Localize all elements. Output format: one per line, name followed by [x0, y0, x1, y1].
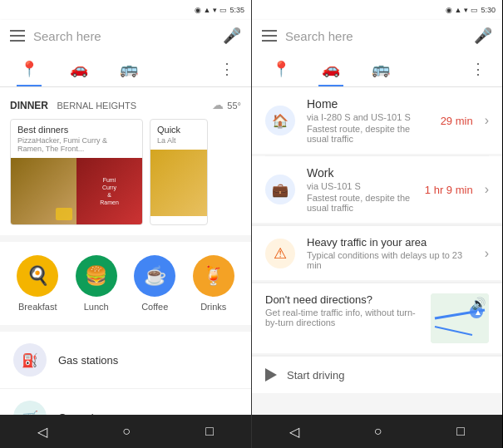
right-signal-icon: ▲	[455, 6, 462, 14]
quick-sub: La Alt	[157, 136, 200, 145]
left-phone-screen: ◉ ▲ ▾ ▭ 5:35 Search here 🎤 📍 🚗 🚌 ⋮	[0, 0, 251, 448]
right-home-button[interactable]: ○	[358, 417, 399, 446]
map-preview: ▲ 🔊	[431, 293, 489, 343]
left-home-button[interactable]: ○	[106, 417, 147, 446]
home-time: 29 min	[441, 115, 473, 127]
drinks-circle: 🍹	[193, 255, 234, 297]
restaurant-cards: Best dinners PizzaHacker, Fumi Curry & R…	[10, 119, 241, 225]
left-search-input-area[interactable]: Search here	[33, 29, 215, 43]
right-tab-explore[interactable]: 📍	[269, 52, 293, 86]
right-search-bar: Search here 🎤	[252, 20, 502, 52]
coffee-circle: ☕	[134, 255, 175, 297]
left-tab-explore[interactable]: 📍	[17, 52, 42, 86]
dinner-section: DINNER BERNAL HEIGHTS ☁ 55° Best dinners…	[0, 87, 251, 235]
left-nav-bar: ◁ ○ □	[0, 415, 251, 448]
gas-icon: ⛽	[22, 352, 38, 368]
wifi-icon: ▾	[213, 6, 217, 14]
right-recent-button[interactable]: □	[440, 417, 481, 446]
restaurant-img-red: FumiCurry&Ramen	[76, 158, 142, 224]
home-title: Home	[307, 97, 429, 111]
location-icon: ◉	[195, 6, 201, 14]
breakfast-icon: 🍳	[27, 265, 49, 287]
right-tab-transit[interactable]: 🚌	[368, 52, 393, 86]
quick-card[interactable]: Quick La Alt	[150, 119, 208, 225]
dinner-title: DINNER	[10, 100, 48, 111]
warning-icon: ⚠	[274, 244, 287, 263]
battery-icon: ▭	[219, 6, 227, 14]
dinner-temp: 55°	[227, 101, 241, 111]
drinks-label: Drinks	[200, 302, 226, 312]
category-breakfast[interactable]: 🍳 Breakfast	[17, 255, 58, 312]
right-phone-screen: ◉ ▲ ▾ ▭ 5:30 Search here 🎤 📍 🚗 🚌 ⋮	[251, 0, 502, 448]
right-driving-icon: 🚗	[322, 60, 340, 78]
quick-label: Quick	[157, 125, 200, 135]
best-dinners-card[interactable]: Best dinners PizzaHacker, Fumi Curry & R…	[10, 119, 143, 225]
left-tab-driving[interactable]: 🚗	[67, 52, 91, 86]
right-more-icon[interactable]: ⋮	[471, 60, 486, 78]
start-driving-label: Start driving	[287, 369, 344, 382]
right-nav-bar: ◁ ○ □	[252, 415, 502, 448]
category-lunch[interactable]: 🍔 Lunch	[76, 255, 117, 312]
quick-text: Quick La Alt	[150, 120, 207, 150]
traffic-icon: ⚠	[265, 239, 295, 268]
fumi-text: FumiCurry&Ramen	[100, 176, 119, 206]
breakfast-label: Breakfast	[18, 302, 57, 312]
drinks-icon: 🍹	[202, 265, 224, 287]
left-status-bar: ◉ ▲ ▾ ▭ 5:35	[0, 0, 251, 20]
category-coffee[interactable]: ☕ Coffee	[134, 255, 175, 312]
left-more-icon[interactable]: ⋮	[219, 60, 234, 78]
left-back-button[interactable]: ◁	[21, 417, 64, 446]
best-dinners-text: Best dinners PizzaHacker, Fumi Curry & R…	[11, 120, 142, 158]
category-icons: 🍳 Breakfast 🍔 Lunch ☕ Coffee 🍹	[0, 242, 251, 325]
start-driving-icon	[265, 368, 277, 382]
left-menu-button[interactable]	[10, 30, 25, 42]
dinner-title-group: DINNER BERNAL HEIGHTS	[10, 97, 136, 112]
traffic-title: Heavy traffic in your area	[307, 236, 473, 249]
gas-stations-item[interactable]: ⛽ Gas stations	[0, 332, 251, 389]
right-search-input-area[interactable]: Search here	[285, 29, 466, 43]
start-driving-button[interactable]: Start driving	[252, 357, 502, 393]
right-search-placeholder: Search here	[285, 29, 353, 43]
directions-subtitle: Get real-time traffic info, without turn…	[265, 308, 419, 327]
right-status-icons: ◉ ▲ ▾ ▭ 5:30	[446, 6, 496, 14]
left-search-placeholder: Search here	[33, 29, 101, 43]
work-sub2: Fastest route, despite the usual traffic	[307, 193, 413, 213]
home-nav-card[interactable]: 🏠 Home via I-280 S and US-101 S Fastest …	[252, 87, 502, 154]
restaurant-img-dark	[11, 158, 76, 224]
directions-card: Don't need directions? Get real-time tra…	[252, 283, 502, 353]
right-battery-icon: ▭	[471, 6, 478, 14]
right-tabs-bar: 📍 🚗 🚌 ⋮	[252, 52, 502, 87]
lunch-label: Lunch	[84, 302, 109, 312]
right-wifi-icon: ▾	[464, 6, 468, 14]
category-drinks[interactable]: 🍹 Drinks	[193, 255, 234, 312]
groceries-icon-circle: 🛒	[13, 401, 47, 415]
right-tab-driving[interactable]: 🚗	[318, 52, 343, 86]
work-nav-card[interactable]: 💼 Work via US-101 S Fastest route, despi…	[252, 156, 502, 223]
right-transit-icon: 🚌	[372, 60, 390, 78]
right-content: 🏠 Home via I-280 S and US-101 S Fastest …	[252, 87, 502, 415]
groceries-item[interactable]: 🛒 Groceries	[0, 389, 251, 415]
directions-title: Don't need directions?	[265, 293, 419, 306]
traffic-card[interactable]: ⚠ Heavy traffic in your area Typical con…	[252, 226, 502, 280]
left-recent-button[interactable]: □	[189, 417, 230, 446]
work-arrow: ›	[485, 182, 489, 197]
dinner-header: DINNER BERNAL HEIGHTS ☁ 55°	[10, 97, 241, 112]
lunch-icon: 🍔	[85, 265, 107, 287]
work-card-content: Work via US-101 S Fastest route, despite…	[307, 166, 413, 213]
restaurant-images: FumiCurry&Ramen	[11, 158, 142, 224]
map-inner: ▲ 🔊	[431, 293, 489, 343]
right-mic-icon[interactable]: 🎤	[474, 27, 492, 45]
quick-img	[150, 150, 207, 216]
right-menu-button[interactable]	[262, 30, 277, 42]
traffic-arrow: ›	[485, 246, 489, 261]
left-mic-icon[interactable]: 🎤	[223, 27, 241, 45]
left-time: 5:35	[229, 6, 244, 14]
coffee-label: Coffee	[141, 302, 168, 312]
left-tab-transit[interactable]: 🚌	[116, 52, 141, 86]
dinner-location: BERNAL HEIGHTS	[57, 101, 136, 111]
left-status-icons: ◉ ▲ ▾ ▭ 5:35	[195, 6, 244, 14]
lunch-circle: 🍔	[76, 255, 117, 297]
best-dinners-title: Best dinners	[17, 125, 136, 135]
right-back-button[interactable]: ◁	[273, 417, 316, 446]
work-subtitle: via US-101 S	[307, 181, 413, 191]
